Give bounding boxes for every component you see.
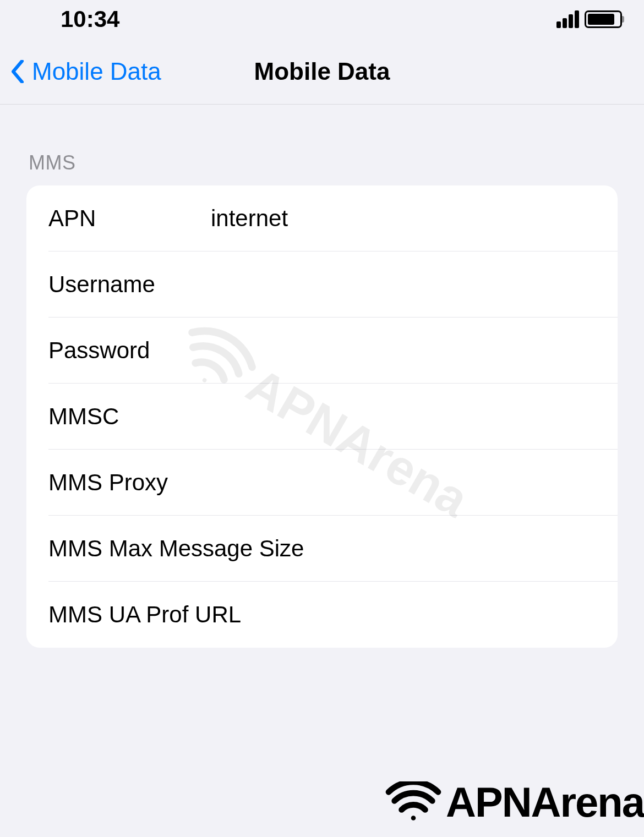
apn-row[interactable]: APN <box>48 185 618 251</box>
navigation-bar: Mobile Data Mobile Data <box>0 39 644 105</box>
chevron-left-icon <box>11 60 24 83</box>
page-title: Mobile Data <box>254 58 390 85</box>
content-area: MMS APN Username Password MMSC MMS Proxy <box>0 151 644 648</box>
mmsc-input[interactable] <box>211 403 596 430</box>
section-header: MMS <box>29 151 618 174</box>
mms-ua-prof-row[interactable]: MMS UA Prof URL <box>48 582 618 648</box>
mms-proxy-label: MMS Proxy <box>48 469 211 496</box>
cellular-signal-icon <box>556 10 579 28</box>
status-indicators <box>556 10 622 28</box>
mms-proxy-row[interactable]: MMS Proxy <box>48 450 618 516</box>
password-input[interactable] <box>211 337 596 364</box>
password-label: Password <box>48 337 211 364</box>
status-time: 10:34 <box>61 6 119 32</box>
mms-max-size-input[interactable] <box>485 535 596 562</box>
back-label: Mobile Data <box>32 58 161 85</box>
status-bar: 10:34 <box>0 0 644 39</box>
apn-input[interactable] <box>211 205 596 232</box>
mms-proxy-input[interactable] <box>211 469 596 496</box>
mms-max-size-label: MMS Max Message Size <box>48 535 485 562</box>
watermark-bottom-text: APNArena <box>446 778 644 826</box>
username-label: Username <box>48 271 211 298</box>
apn-label: APN <box>48 205 211 232</box>
mms-ua-prof-label: MMS UA Prof URL <box>48 601 485 628</box>
battery-icon <box>585 10 622 28</box>
mms-max-size-row[interactable]: MMS Max Message Size <box>48 516 618 582</box>
mmsc-row[interactable]: MMSC <box>48 384 618 450</box>
settings-group: APN Username Password MMSC MMS Proxy MMS… <box>26 185 618 648</box>
wifi-icon <box>383 781 444 823</box>
username-input[interactable] <box>211 271 596 298</box>
username-row[interactable]: Username <box>48 251 618 318</box>
password-row[interactable]: Password <box>48 318 618 384</box>
watermark-bottom: APNArena <box>383 778 644 826</box>
back-button[interactable]: Mobile Data <box>11 58 161 85</box>
mms-ua-prof-input[interactable] <box>485 601 596 628</box>
mmsc-label: MMSC <box>48 403 211 430</box>
